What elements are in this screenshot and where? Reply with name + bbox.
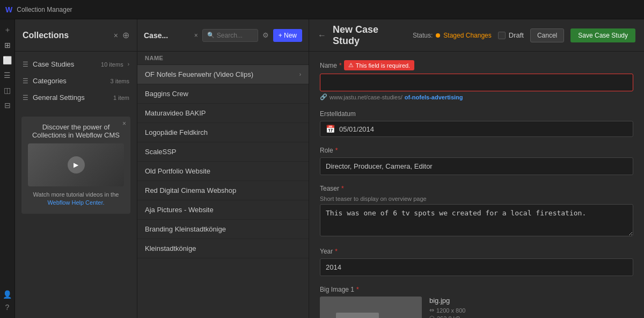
casestudies-list: OF Nofels Feuerwehr (Video Clips) › Bagg… [137,65,309,318]
form-panel: ← New Case Study Status: Staged Changes … [309,19,644,318]
teaser-input[interactable]: This was one of 6 tv spots we created fo… [320,204,633,236]
promo-description: Watch more tutorial videos in the Webflo… [28,191,124,207]
sidebar-add-icon[interactable]: ＋ [1,24,14,37]
general-settings-count: 1 item [113,95,129,101]
teaser-label: Teaser * [320,185,633,192]
list-item[interactable]: Red Digital Cinema Webshop [137,181,309,200]
col-header-name: NAME [137,52,309,65]
case-studies-icon: ☰ [23,61,28,68]
role-field: Role * [320,147,633,175]
save-button[interactable]: Save Case Study [570,28,635,42]
search-box[interactable]: 🔍 [202,29,258,42]
list-item[interactable]: Maturavideo BAKIP [137,104,309,123]
topbar: W Collection Manager [0,0,644,19]
promo-thumbnail[interactable]: ▶ [28,143,124,186]
search-icon: 🔍 [207,32,215,39]
collections-panel: Collections × ⊕ ☰ Case Studies 10 items … [15,19,137,318]
promo-close-button[interactable]: × [122,120,126,127]
big-image-field: Big Image 1 * [320,286,633,318]
categories-icon: ☰ [23,77,28,85]
role-label: Role * [320,147,633,154]
image-thumbnail: FEUERWEHR [320,297,422,318]
teaser-hint: Short teaser to display on overview page [320,196,633,202]
list-item[interactable]: Logopädie Feldkirch [137,123,309,142]
sidebar-collections-icon[interactable]: ⊞ [1,39,14,52]
sidebar-users-icon[interactable]: 👤 [1,288,14,301]
image-size: ⬡ 262.8 kB [429,315,633,318]
sidebar-cms-icon[interactable]: ☰ [1,69,14,82]
erstelldatum-label: Erstelldatum [320,110,633,118]
form-header: ← New Case Study Status: Staged Changes … [309,19,644,52]
link-icon: 🔗 [320,93,327,100]
svg-rect-6 [336,313,379,318]
collections-close[interactable]: × [114,31,118,40]
status-indicator [436,33,440,38]
case-studies-chevron: › [128,61,129,67]
general-settings-label: General Settings [33,93,109,102]
new-item-button[interactable]: + New [273,29,302,42]
search-input[interactable] [217,32,253,39]
cancel-button[interactable]: Cancel [530,28,564,42]
list-item[interactable]: OF Nofels Feuerwehr (Video Clips) › [137,65,309,84]
name-error-badge: ⚠ This field is required. [344,60,415,70]
size-icon: ⬡ [429,315,435,318]
form-status: Status: Staged Changes [413,32,492,39]
row-chevron: › [299,71,301,77]
promo-box: × Discover the power of Collections in W… [21,117,130,214]
date-input[interactable] [339,125,627,133]
promo-title: Discover the power of Collections in Web… [28,123,124,139]
sidebar-help-icon[interactable]: ? [1,301,14,314]
image-field: FEUERWEHR big.jpg ⇔ 1200 x 800 ⬡ 262.8 k… [320,297,633,318]
image-dimensions: ⇔ 1200 x 800 [429,307,633,314]
role-required-marker: * [335,147,338,154]
promo-play-button[interactable]: ▶ [68,156,85,174]
list-item[interactable]: Branding Kleinstadtkönige [137,220,309,239]
back-button[interactable]: ← [318,31,326,40]
teaser-required-marker: * [341,185,344,192]
image-preview: FEUERWEHR [320,297,422,318]
general-settings-icon: ☰ [23,94,28,102]
name-input[interactable] [320,74,633,91]
list-item[interactable]: ScaleSSP [137,142,309,162]
big-image-label: Big Image 1 * [320,286,633,293]
promo-help-link[interactable]: Webflow Help Center. [47,199,104,206]
sidebar-ecom-icon[interactable]: ⊟ [1,99,14,112]
dimensions-icon: ⇔ [429,307,434,314]
casestudies-header: Case... × 🔍 ⚙ + New [137,19,309,52]
teaser-field: Teaser * Short teaser to display on over… [320,185,633,238]
collections-list: ☰ Case Studies 10 items › ☰ Categories 3… [15,52,137,110]
casestudies-title: Case... [144,31,190,40]
status-value: Staged Changes [443,32,491,39]
sidebar-assets-icon[interactable]: ◫ [1,84,14,97]
name-required-marker: * [339,62,342,69]
collections-title: Collections [23,31,109,40]
form-body: Name * ⚠ This field is required. 🔗 www.j… [309,52,644,318]
sidebar-item-categories[interactable]: ☰ Categories 3 items [15,73,137,89]
gear-icon[interactable]: ⚙ [262,31,269,39]
year-input[interactable] [320,258,633,276]
role-input[interactable] [320,157,633,175]
case-studies-label: Case Studies [33,60,97,68]
name-label: Name * ⚠ This field is required. [320,60,633,70]
status-label: Status: [413,32,433,39]
list-item[interactable]: Aja Pictures - Website [137,200,309,220]
collections-add-button[interactable]: ⊕ [122,30,129,40]
categories-label: Categories [33,77,106,85]
list-item[interactable]: Old Portfolio Website [137,162,309,181]
draft-label: Draft [509,31,524,39]
year-required-marker: * [335,248,338,255]
year-field: Year * [320,248,633,276]
webflow-logo: W [5,5,12,14]
main-layout: ＋ ⊞ ⬜ ☰ ◫ ⊟ 👤 ? Collections × ⊕ ☰ Case S… [0,19,644,318]
list-item[interactable]: Baggins Crew [137,84,309,104]
case-studies-count: 10 items [101,61,123,68]
date-input-wrap[interactable]: 📅 [320,121,633,137]
list-item[interactable]: Kleinstadtkönige [137,239,309,258]
sidebar-pages-icon[interactable]: ⬜ [1,54,14,67]
draft-toggle[interactable]: Draft [498,31,524,39]
year-label: Year * [320,248,633,255]
draft-checkbox[interactable] [498,32,506,39]
sidebar-item-case-studies[interactable]: ☰ Case Studies 10 items › [15,56,137,73]
casestudies-close[interactable]: × [194,32,198,39]
sidebar-item-general-settings[interactable]: ☰ General Settings 1 item [15,89,137,106]
